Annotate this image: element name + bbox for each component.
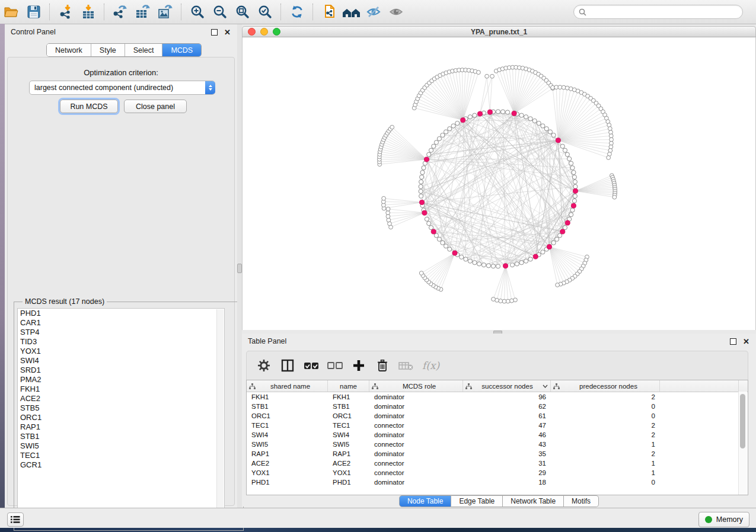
network-node[interactable] [451, 124, 455, 128]
list-scrollbar[interactable] [216, 309, 224, 517]
network-node[interactable] [500, 110, 505, 114]
network-node[interactable] [444, 130, 448, 134]
tab-network[interactable]: Network [47, 44, 91, 56]
mcds-hub-node[interactable] [461, 118, 465, 123]
add-column-button[interactable] [349, 355, 369, 376]
mcds-result-list[interactable]: PHD1CAR1STP4TID3YOX1SWI4SRD1PMA2FKH1ACE2… [17, 308, 225, 518]
zoom-selected-button[interactable] [255, 2, 275, 21]
table-row[interactable]: ORC1ORC1dominator610 [247, 411, 748, 421]
tab-motifs[interactable]: Motifs [564, 495, 599, 507]
network-node[interactable] [528, 257, 532, 261]
network-node[interactable] [432, 144, 436, 148]
network-node[interactable] [491, 264, 495, 268]
network-node[interactable] [608, 127, 612, 131]
close-panel-button[interactable]: Close panel [124, 100, 187, 113]
network-node[interactable] [486, 264, 490, 268]
network-node[interactable] [448, 127, 452, 131]
network-node[interactable] [548, 130, 552, 134]
float-panel-button[interactable] [210, 28, 218, 36]
mcds-result-item[interactable]: SWI4 [18, 356, 224, 366]
mcds-hub-node[interactable] [560, 229, 565, 234]
tab-node-table[interactable]: Node Table [399, 495, 452, 507]
network-node[interactable] [386, 211, 390, 215]
network-node[interactable] [555, 237, 559, 241]
network-from-selection-button[interactable] [319, 2, 339, 21]
network-node[interactable] [477, 70, 481, 75]
network-node[interactable] [473, 113, 477, 117]
network-node[interactable] [437, 137, 441, 141]
mcds-result-item[interactable]: YOX1 [18, 347, 224, 356]
network-node[interactable] [473, 261, 477, 265]
network-node[interactable] [429, 226, 433, 230]
network-node[interactable] [425, 217, 429, 221]
hide-selection-button[interactable] [364, 2, 384, 21]
splitter-grip[interactable] [237, 264, 242, 273]
mcds-hub-node[interactable] [573, 188, 578, 193]
mcds-result-item[interactable]: PMA2 [18, 375, 224, 384]
mcds-hub-node[interactable] [424, 157, 429, 162]
column-header-name[interactable]: name [328, 380, 369, 392]
zoom-out-button[interactable] [210, 2, 230, 21]
refresh-layout-button[interactable] [287, 2, 307, 21]
network-graph[interactable] [243, 37, 755, 329]
network-node[interactable] [419, 184, 423, 188]
export-network-button[interactable] [110, 2, 130, 21]
network-node[interactable] [427, 222, 431, 226]
network-node[interactable] [419, 189, 423, 193]
network-node[interactable] [560, 144, 564, 148]
network-node[interactable] [532, 118, 537, 123]
network-node[interactable] [569, 161, 573, 165]
network-node[interactable] [563, 226, 567, 230]
column-header-shared-name[interactable]: shared name [247, 380, 328, 392]
network-node[interactable] [570, 208, 575, 212]
network-node[interactable] [502, 299, 506, 303]
table-row[interactable]: SWI4SWI4dominator462 [247, 430, 748, 440]
mcds-hub-node[interactable] [419, 200, 424, 204]
tab-style[interactable]: Style [91, 44, 125, 56]
zoom-fit-button[interactable] [232, 2, 253, 21]
network-node[interactable] [572, 198, 576, 203]
mcds-result-item[interactable]: STB1 [18, 432, 224, 441]
export-table-button[interactable] [133, 2, 153, 21]
network-node[interactable] [419, 271, 423, 275]
network-node[interactable] [485, 74, 489, 78]
network-node[interactable] [448, 247, 452, 251]
mcds-result-item[interactable]: CAR1 [18, 318, 224, 328]
select-all-rows-button[interactable] [301, 355, 321, 376]
mcds-hub-node[interactable] [452, 251, 457, 255]
network-node[interactable] [558, 85, 562, 89]
network-node[interactable] [524, 259, 528, 263]
network-node[interactable] [556, 283, 560, 287]
network-node[interactable] [390, 125, 394, 129]
mcds-result-item[interactable]: TID3 [18, 337, 224, 347]
import-network-button[interactable] [56, 2, 76, 21]
tab-network-table[interactable]: Network Table [503, 495, 564, 507]
network-canvas[interactable] [242, 37, 756, 330]
network-node[interactable] [444, 244, 448, 248]
network-node[interactable] [420, 175, 424, 179]
network-node[interactable] [563, 148, 567, 152]
show-all-button[interactable] [387, 2, 407, 21]
home-sessions-button[interactable] [342, 2, 362, 21]
network-node[interactable] [499, 299, 503, 303]
network-node[interactable] [468, 259, 472, 263]
network-node[interactable] [528, 117, 532, 121]
optimization-criterion-select[interactable]: largest connected component (undirected) [29, 81, 215, 95]
network-node[interactable] [572, 175, 576, 179]
network-node[interactable] [496, 264, 500, 268]
mcds-result-item[interactable]: STP4 [18, 328, 224, 337]
network-node[interactable] [607, 156, 611, 160]
tab-select[interactable]: Select [125, 44, 163, 56]
table-row[interactable]: YOX1YOX1connector291 [247, 468, 748, 477]
network-node[interactable] [422, 166, 426, 170]
run-mcds-button[interactable]: Run MCDS [60, 100, 118, 113]
table-row[interactable]: TEC1TEC1connector472 [247, 421, 748, 430]
close-panel-icon-button[interactable]: ✕ [742, 338, 750, 345]
save-session-button[interactable] [24, 2, 44, 21]
network-node[interactable] [481, 263, 486, 267]
mcds-result-item[interactable]: SRD1 [18, 366, 224, 375]
network-node[interactable] [427, 152, 431, 156]
network-node[interactable] [573, 180, 577, 184]
network-node[interactable] [492, 297, 496, 302]
network-node[interactable] [510, 299, 514, 303]
